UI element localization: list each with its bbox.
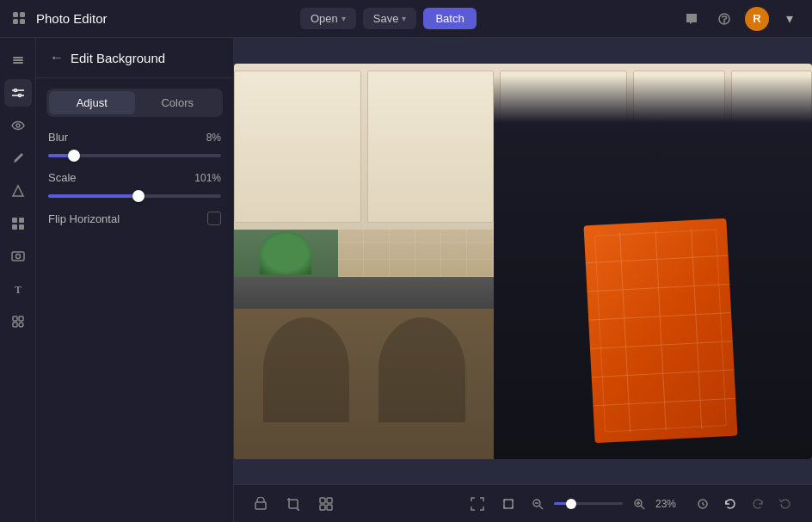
shape-tool-button[interactable] [4,177,32,205]
eye-tool-button[interactable] [4,112,32,139]
zoom-slider-thumb[interactable] [566,499,576,509]
flip-horizontal-checkbox[interactable] [207,212,221,225]
crop-view-button[interactable] [280,491,306,517]
svg-rect-21 [12,252,24,261]
left-toolbar: T [0,38,36,522]
scale-slider[interactable] [48,194,221,198]
svg-rect-0 [13,12,18,17]
zoom-in-button[interactable] [628,493,650,515]
cabinet-door-1 [234,71,361,223]
flip-horizontal-label: Flip Horizontal [48,212,120,225]
app-title: Photo Editor [36,11,108,26]
svg-marker-16 [13,186,23,196]
scale-slider-thumb[interactable] [132,190,145,202]
blur-value: 8% [206,132,221,144]
tab-group: Adjust Colors [46,89,223,117]
svg-rect-24 [13,316,17,321]
scale-control: Scale 101% [48,171,221,198]
comment-button[interactable] [680,7,704,31]
svg-point-5 [723,21,724,22]
more-button[interactable]: ▾ [778,7,802,31]
tab-colors[interactable]: Colors [135,91,221,114]
back-button[interactable]: ← [50,50,64,65]
svg-rect-38 [289,500,298,508]
tab-adjust[interactable]: Adjust [49,91,135,114]
grid-view-button[interactable] [313,491,339,517]
subject-body [494,64,812,459]
zoom-out-button[interactable] [526,493,549,515]
more-icon: ▾ [786,10,793,27]
svg-rect-1 [20,12,25,17]
cabinet-door-2 [367,71,495,223]
svg-point-9 [14,89,16,92]
svg-rect-43 [320,498,325,503]
layers-tool-button[interactable] [4,46,32,74]
plant [260,231,311,274]
side-panel: ← Edit Background Adjust Colors Blur 8% [36,38,234,522]
elements-tool-button[interactable] [4,210,32,237]
batch-button[interactable]: Batch [423,8,476,29]
main-layout: T ← Edit Background Adjust Colors Bl [0,38,812,522]
svg-point-15 [16,124,20,127]
app-logo: Photo Editor [10,9,108,28]
svg-line-36 [692,229,702,429]
header-center: Open ▾ Save ▾ Batch [300,8,477,29]
effects-tool-button[interactable] [4,308,32,335]
save-state-button[interactable] [690,491,716,517]
fit-button[interactable] [464,491,490,517]
svg-text:T: T [15,284,22,296]
scale-label-row: Scale 101% [48,171,221,184]
blur-slider-thumb[interactable] [68,150,80,162]
photo-tool-button[interactable] [4,243,32,270]
zoom-slider-track[interactable] [554,502,623,505]
history-controls [690,491,798,517]
redo-button[interactable] [745,491,771,517]
svg-rect-19 [12,224,17,230]
save-button[interactable]: Save ▾ [363,8,417,29]
adjust-tool-button[interactable] [4,79,32,107]
open-button[interactable]: Open ▾ [300,8,356,29]
blur-label: Blur [48,131,68,144]
svg-rect-25 [19,316,23,321]
canvas-viewport[interactable] [234,38,812,484]
blur-slider[interactable] [48,154,221,157]
blur-control: Blur 8% [48,131,221,157]
app-header: Photo Editor Open ▾ Save ▾ Batch R [0,0,812,38]
plant-area [234,230,338,277]
reset-button[interactable] [772,491,798,517]
svg-rect-8 [13,62,23,64]
help-button[interactable] [712,7,736,31]
svg-rect-20 [19,224,24,230]
stool-1 [263,317,350,422]
blur-label-row: Blur 8% [48,131,221,144]
svg-rect-6 [13,57,23,58]
canvas-area: 23% [234,38,812,522]
scale-value: 101% [194,172,221,184]
layer-view-button[interactable] [248,491,274,517]
zoom-controls: 23% [464,491,683,517]
undo-button[interactable] [717,491,743,517]
svg-rect-46 [327,505,332,510]
svg-rect-7 [13,59,23,61]
controls-section: Blur 8% Scale 101% [36,117,233,239]
svg-rect-17 [12,218,17,223]
avatar[interactable]: R [745,7,769,31]
open-chevron-icon: ▾ [341,14,346,23]
stool-2 [378,317,465,422]
svg-rect-26 [13,322,17,327]
text-tool-button[interactable]: T [4,275,32,303]
header-right: R ▾ [680,7,802,31]
svg-line-35 [655,230,666,431]
expand-button[interactable] [495,491,521,517]
save-label: Save [373,12,399,25]
open-label: Open [311,12,338,25]
svg-line-50 [539,506,543,509]
scale-label: Scale [48,171,77,184]
svg-point-22 [15,255,20,259]
svg-rect-3 [20,19,25,24]
brush-tool-button[interactable] [4,144,32,172]
panel-title: Edit Background [71,51,165,65]
scale-slider-fill [48,194,138,198]
panel-header: ← Edit Background [36,38,233,78]
svg-rect-45 [320,505,325,510]
